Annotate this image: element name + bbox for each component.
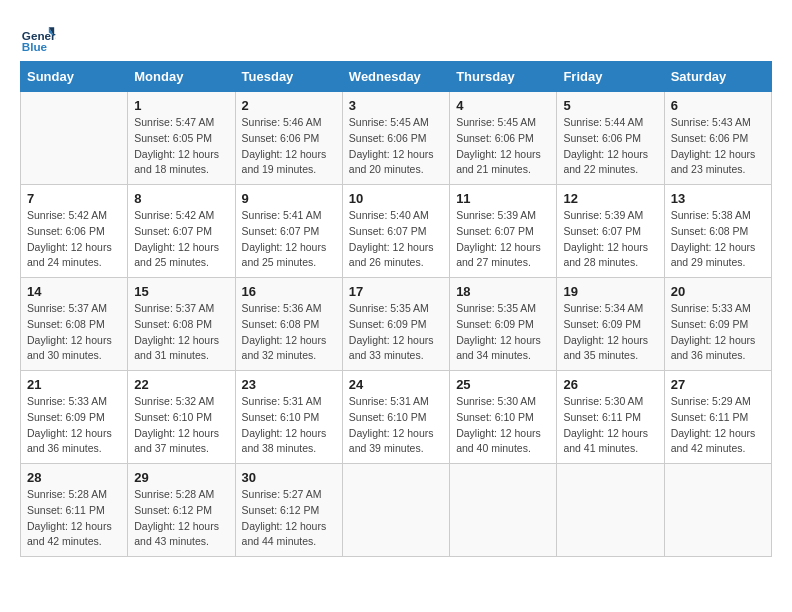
calendar-cell: 25Sunrise: 5:30 AM Sunset: 6:10 PM Dayli… <box>450 371 557 464</box>
calendar-cell: 27Sunrise: 5:29 AM Sunset: 6:11 PM Dayli… <box>664 371 771 464</box>
calendar-cell <box>21 92 128 185</box>
day-info: Sunrise: 5:34 AM Sunset: 6:09 PM Dayligh… <box>563 301 657 364</box>
day-info: Sunrise: 5:45 AM Sunset: 6:06 PM Dayligh… <box>456 115 550 178</box>
day-info: Sunrise: 5:37 AM Sunset: 6:08 PM Dayligh… <box>27 301 121 364</box>
calendar-cell: 6Sunrise: 5:43 AM Sunset: 6:06 PM Daylig… <box>664 92 771 185</box>
logo: General Blue <box>20 20 56 56</box>
day-number: 22 <box>134 377 228 392</box>
week-row-1: 1Sunrise: 5:47 AM Sunset: 6:05 PM Daylig… <box>21 92 772 185</box>
calendar-cell <box>664 464 771 557</box>
day-number: 24 <box>349 377 443 392</box>
calendar-cell: 5Sunrise: 5:44 AM Sunset: 6:06 PM Daylig… <box>557 92 664 185</box>
day-info: Sunrise: 5:39 AM Sunset: 6:07 PM Dayligh… <box>563 208 657 271</box>
day-number: 17 <box>349 284 443 299</box>
day-number: 7 <box>27 191 121 206</box>
day-info: Sunrise: 5:42 AM Sunset: 6:06 PM Dayligh… <box>27 208 121 271</box>
calendar-cell: 15Sunrise: 5:37 AM Sunset: 6:08 PM Dayli… <box>128 278 235 371</box>
day-number: 5 <box>563 98 657 113</box>
day-number: 20 <box>671 284 765 299</box>
day-number: 21 <box>27 377 121 392</box>
calendar-cell: 16Sunrise: 5:36 AM Sunset: 6:08 PM Dayli… <box>235 278 342 371</box>
calendar-cell <box>557 464 664 557</box>
header-friday: Friday <box>557 62 664 92</box>
calendar-cell: 28Sunrise: 5:28 AM Sunset: 6:11 PM Dayli… <box>21 464 128 557</box>
calendar-cell: 2Sunrise: 5:46 AM Sunset: 6:06 PM Daylig… <box>235 92 342 185</box>
day-number: 12 <box>563 191 657 206</box>
week-row-4: 21Sunrise: 5:33 AM Sunset: 6:09 PM Dayli… <box>21 371 772 464</box>
day-info: Sunrise: 5:40 AM Sunset: 6:07 PM Dayligh… <box>349 208 443 271</box>
header-saturday: Saturday <box>664 62 771 92</box>
day-info: Sunrise: 5:44 AM Sunset: 6:06 PM Dayligh… <box>563 115 657 178</box>
page-header: General Blue <box>20 20 772 56</box>
day-info: Sunrise: 5:30 AM Sunset: 6:10 PM Dayligh… <box>456 394 550 457</box>
calendar-cell: 17Sunrise: 5:35 AM Sunset: 6:09 PM Dayli… <box>342 278 449 371</box>
header-wednesday: Wednesday <box>342 62 449 92</box>
calendar-cell: 10Sunrise: 5:40 AM Sunset: 6:07 PM Dayli… <box>342 185 449 278</box>
day-number: 28 <box>27 470 121 485</box>
day-number: 6 <box>671 98 765 113</box>
day-number: 15 <box>134 284 228 299</box>
day-info: Sunrise: 5:43 AM Sunset: 6:06 PM Dayligh… <box>671 115 765 178</box>
day-info: Sunrise: 5:31 AM Sunset: 6:10 PM Dayligh… <box>242 394 336 457</box>
calendar-cell <box>450 464 557 557</box>
day-number: 29 <box>134 470 228 485</box>
calendar-cell: 1Sunrise: 5:47 AM Sunset: 6:05 PM Daylig… <box>128 92 235 185</box>
day-info: Sunrise: 5:35 AM Sunset: 6:09 PM Dayligh… <box>456 301 550 364</box>
day-number: 30 <box>242 470 336 485</box>
day-info: Sunrise: 5:41 AM Sunset: 6:07 PM Dayligh… <box>242 208 336 271</box>
day-info: Sunrise: 5:27 AM Sunset: 6:12 PM Dayligh… <box>242 487 336 550</box>
day-number: 19 <box>563 284 657 299</box>
day-info: Sunrise: 5:29 AM Sunset: 6:11 PM Dayligh… <box>671 394 765 457</box>
calendar-cell: 11Sunrise: 5:39 AM Sunset: 6:07 PM Dayli… <box>450 185 557 278</box>
calendar-cell: 26Sunrise: 5:30 AM Sunset: 6:11 PM Dayli… <box>557 371 664 464</box>
day-number: 23 <box>242 377 336 392</box>
header-sunday: Sunday <box>21 62 128 92</box>
calendar-cell: 30Sunrise: 5:27 AM Sunset: 6:12 PM Dayli… <box>235 464 342 557</box>
week-row-5: 28Sunrise: 5:28 AM Sunset: 6:11 PM Dayli… <box>21 464 772 557</box>
day-info: Sunrise: 5:28 AM Sunset: 6:12 PM Dayligh… <box>134 487 228 550</box>
calendar-cell: 24Sunrise: 5:31 AM Sunset: 6:10 PM Dayli… <box>342 371 449 464</box>
header-monday: Monday <box>128 62 235 92</box>
day-number: 14 <box>27 284 121 299</box>
week-row-2: 7Sunrise: 5:42 AM Sunset: 6:06 PM Daylig… <box>21 185 772 278</box>
day-number: 16 <box>242 284 336 299</box>
calendar-cell: 18Sunrise: 5:35 AM Sunset: 6:09 PM Dayli… <box>450 278 557 371</box>
day-info: Sunrise: 5:46 AM Sunset: 6:06 PM Dayligh… <box>242 115 336 178</box>
day-info: Sunrise: 5:37 AM Sunset: 6:08 PM Dayligh… <box>134 301 228 364</box>
day-info: Sunrise: 5:38 AM Sunset: 6:08 PM Dayligh… <box>671 208 765 271</box>
day-info: Sunrise: 5:36 AM Sunset: 6:08 PM Dayligh… <box>242 301 336 364</box>
header-tuesday: Tuesday <box>235 62 342 92</box>
calendar-cell: 19Sunrise: 5:34 AM Sunset: 6:09 PM Dayli… <box>557 278 664 371</box>
calendar-cell: 13Sunrise: 5:38 AM Sunset: 6:08 PM Dayli… <box>664 185 771 278</box>
day-info: Sunrise: 5:39 AM Sunset: 6:07 PM Dayligh… <box>456 208 550 271</box>
day-info: Sunrise: 5:45 AM Sunset: 6:06 PM Dayligh… <box>349 115 443 178</box>
day-info: Sunrise: 5:33 AM Sunset: 6:09 PM Dayligh… <box>27 394 121 457</box>
calendar-cell: 3Sunrise: 5:45 AM Sunset: 6:06 PM Daylig… <box>342 92 449 185</box>
week-row-3: 14Sunrise: 5:37 AM Sunset: 6:08 PM Dayli… <box>21 278 772 371</box>
header-thursday: Thursday <box>450 62 557 92</box>
day-number: 25 <box>456 377 550 392</box>
day-number: 26 <box>563 377 657 392</box>
day-number: 9 <box>242 191 336 206</box>
day-info: Sunrise: 5:33 AM Sunset: 6:09 PM Dayligh… <box>671 301 765 364</box>
day-info: Sunrise: 5:47 AM Sunset: 6:05 PM Dayligh… <box>134 115 228 178</box>
calendar-table: SundayMondayTuesdayWednesdayThursdayFrid… <box>20 61 772 557</box>
calendar-cell: 14Sunrise: 5:37 AM Sunset: 6:08 PM Dayli… <box>21 278 128 371</box>
day-number: 4 <box>456 98 550 113</box>
day-info: Sunrise: 5:31 AM Sunset: 6:10 PM Dayligh… <box>349 394 443 457</box>
calendar-cell: 21Sunrise: 5:33 AM Sunset: 6:09 PM Dayli… <box>21 371 128 464</box>
day-number: 8 <box>134 191 228 206</box>
calendar-cell <box>342 464 449 557</box>
day-number: 10 <box>349 191 443 206</box>
logo-icon: General Blue <box>20 20 56 56</box>
day-info: Sunrise: 5:42 AM Sunset: 6:07 PM Dayligh… <box>134 208 228 271</box>
calendar-cell: 4Sunrise: 5:45 AM Sunset: 6:06 PM Daylig… <box>450 92 557 185</box>
day-number: 11 <box>456 191 550 206</box>
day-info: Sunrise: 5:35 AM Sunset: 6:09 PM Dayligh… <box>349 301 443 364</box>
day-info: Sunrise: 5:28 AM Sunset: 6:11 PM Dayligh… <box>27 487 121 550</box>
calendar-cell: 7Sunrise: 5:42 AM Sunset: 6:06 PM Daylig… <box>21 185 128 278</box>
calendar-header-row: SundayMondayTuesdayWednesdayThursdayFrid… <box>21 62 772 92</box>
day-number: 2 <box>242 98 336 113</box>
day-number: 1 <box>134 98 228 113</box>
day-number: 27 <box>671 377 765 392</box>
